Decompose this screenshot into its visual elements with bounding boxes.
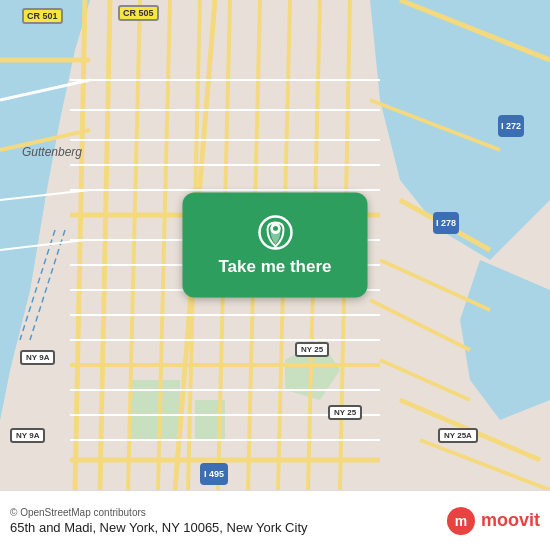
location-pin-icon	[257, 214, 293, 250]
road-badge-cr501: CR 501	[22, 8, 63, 24]
road-badge-ny25-bottom: NY 25	[328, 405, 362, 420]
location-text: 65th and Madi, New York, NY 10065, New Y…	[10, 520, 308, 535]
bottom-info: © OpenStreetMap contributors 65th and Ma…	[10, 507, 308, 535]
take-me-there-overlay[interactable]: Take me there	[183, 193, 368, 298]
moovit-icon: m	[445, 505, 477, 537]
road-badge-i272: I 272	[498, 115, 524, 137]
area-label-guttenberg: Guttenberg	[22, 145, 82, 159]
moovit-logo: m moovit	[445, 505, 540, 537]
svg-text:m: m	[455, 513, 467, 529]
road-badge-i278: I 278	[433, 212, 459, 234]
road-badge-ny25-top: NY 25	[295, 342, 329, 357]
bottom-bar: © OpenStreetMap contributors 65th and Ma…	[0, 490, 550, 550]
road-badge-ny9a-bottom: NY 9A	[10, 428, 45, 443]
attribution-text: © OpenStreetMap contributors	[10, 507, 308, 518]
take-me-there-button[interactable]: Take me there	[183, 193, 368, 298]
map-container: Guttenberg CR 501 CR 505 9 NY 9A NY 9A N…	[0, 0, 550, 490]
take-me-there-label: Take me there	[218, 256, 331, 276]
road-badge-i495: I 495	[200, 463, 228, 485]
svg-point-49	[273, 226, 278, 231]
road-badge-cr505: CR 505	[118, 5, 159, 21]
road-badge-ny9a-top: NY 9A	[20, 350, 55, 365]
road-badge-ny25a: NY 25A	[438, 428, 478, 443]
moovit-text: moovit	[481, 510, 540, 531]
